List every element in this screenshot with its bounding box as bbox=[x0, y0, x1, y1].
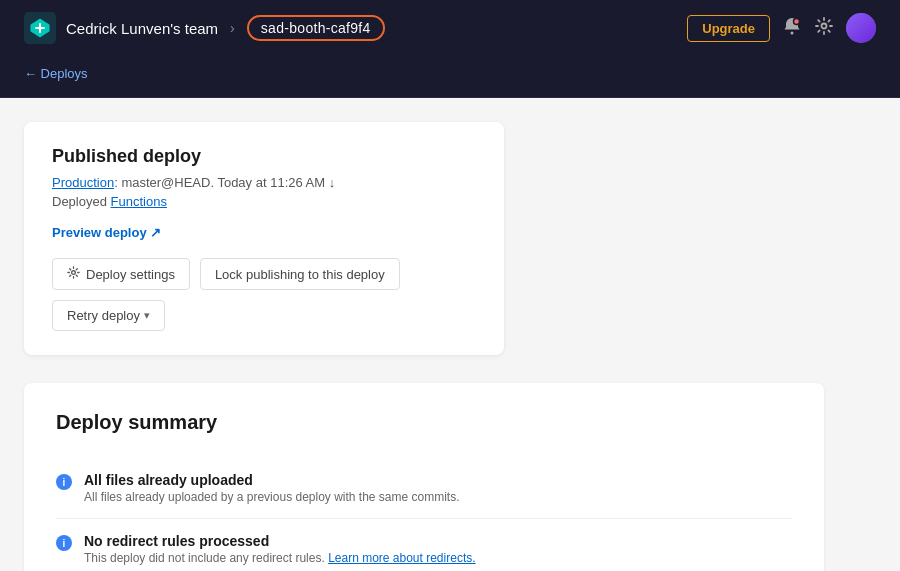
summary-item-redirects-title: No redirect rules processed bbox=[84, 533, 792, 549]
team-name: Cedrick Lunven's team bbox=[66, 20, 218, 37]
summary-item-files-desc: All files already uploaded by a previous… bbox=[84, 490, 792, 504]
deploy-card-title: Published deploy bbox=[52, 146, 476, 167]
back-to-deploys-link[interactable]: ← Deploys bbox=[24, 66, 88, 81]
main-content: Published deploy Production: master@HEAD… bbox=[0, 98, 900, 571]
navbar: Cedrick Lunven's team › sad-booth-caf9f4… bbox=[0, 0, 900, 56]
retry-dropdown-arrow: ▾ bbox=[144, 309, 150, 322]
functions-link[interactable]: Functions bbox=[111, 194, 167, 209]
summary-item-files: i All files already uploaded All files a… bbox=[56, 458, 792, 519]
navbar-left: Cedrick Lunven's team › sad-booth-caf9f4 bbox=[24, 12, 385, 44]
site-name-badge[interactable]: sad-booth-caf9f4 bbox=[247, 15, 385, 41]
deploy-settings-button[interactable]: Deploy settings bbox=[52, 258, 190, 290]
svg-point-2 bbox=[794, 18, 800, 24]
info-icon-files: i bbox=[56, 474, 72, 490]
deploy-meta: Production: master@HEAD. Today at 11:26 … bbox=[52, 175, 476, 190]
netlify-logo bbox=[24, 12, 56, 44]
settings-icon[interactable] bbox=[814, 16, 834, 41]
lock-publishing-button[interactable]: Lock publishing to this deploy bbox=[200, 258, 400, 290]
gear-icon bbox=[67, 266, 80, 282]
upgrade-button[interactable]: Upgrade bbox=[687, 15, 770, 42]
production-link[interactable]: Production bbox=[52, 175, 114, 190]
retry-deploy-button[interactable]: Retry deploy ▾ bbox=[52, 300, 165, 331]
breadcrumb-bar: ← Deploys bbox=[0, 56, 900, 98]
summary-item-redirects-desc: This deploy did not include any redirect… bbox=[84, 551, 792, 565]
deploy-functions: Deployed Functions bbox=[52, 194, 476, 209]
navbar-right: Upgrade bbox=[687, 13, 876, 43]
user-avatar[interactable] bbox=[846, 13, 876, 43]
deploy-summary-title: Deploy summary bbox=[56, 411, 792, 434]
deploy-card: Published deploy Production: master@HEAD… bbox=[24, 122, 504, 355]
learn-more-redirects-link[interactable]: Learn more about redirects. bbox=[328, 551, 475, 565]
summary-item-files-content: All files already uploaded All files alr… bbox=[84, 472, 792, 504]
svg-point-4 bbox=[72, 271, 76, 275]
deploy-summary: Deploy summary i All files already uploa… bbox=[24, 383, 824, 571]
action-buttons: Deploy settings Lock publishing to this … bbox=[52, 258, 476, 331]
summary-item-redirects-content: No redirect rules processed This deploy … bbox=[84, 533, 792, 565]
breadcrumb-separator: › bbox=[230, 20, 235, 36]
preview-deploy-link[interactable]: Preview deploy ↗ bbox=[52, 225, 161, 240]
svg-point-1 bbox=[791, 31, 794, 34]
svg-point-3 bbox=[822, 23, 827, 28]
info-icon-redirects: i bbox=[56, 535, 72, 551]
summary-item-redirects: i No redirect rules processed This deplo… bbox=[56, 519, 792, 571]
summary-item-files-title: All files already uploaded bbox=[84, 472, 792, 488]
notifications-icon[interactable] bbox=[782, 16, 802, 41]
